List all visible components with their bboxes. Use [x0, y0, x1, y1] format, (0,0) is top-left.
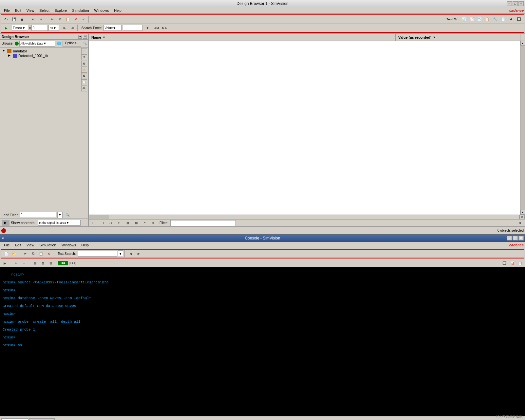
panel-close-btn[interactable]: ✕ — [83, 35, 87, 39]
footer-expand-btn[interactable]: ⊕ — [516, 220, 523, 226]
ctb-copy-btn[interactable]: ⧉ — [29, 250, 37, 257]
tree-item-simulator[interactable]: ▼ simulator — [2, 49, 79, 53]
ctb-delete-btn[interactable]: ✕ — [45, 250, 52, 257]
panel-collapse-btn[interactable]: ◀ — [78, 35, 82, 39]
time-unit-dropdown[interactable]: ps▼ — [48, 25, 59, 31]
ctb-new-btn[interactable]: 📄 — [3, 250, 10, 257]
tb-send-7[interactable]: 🖥 — [507, 16, 515, 23]
side-icon-4[interactable]: ★ — [81, 67, 87, 73]
tb-send-6[interactable]: 📄 — [499, 16, 507, 23]
menu-select[interactable]: Select — [37, 8, 52, 13]
time-label-dropdown[interactable]: TimeA▼ — [12, 25, 28, 31]
menu-help[interactable]: Help — [111, 8, 124, 13]
options-button[interactable]: Options... — [63, 41, 81, 47]
ctb2-btn2[interactable]: ⊣ — [20, 260, 28, 266]
console-menu-simulation[interactable]: Simulation — [37, 242, 59, 248]
console-tab-simvision[interactable]: SimVision — [1, 418, 28, 420]
tb-search-prev-btn[interactable]: ⊲⊲ — [153, 25, 160, 31]
browse-icon-btn[interactable]: 🌐 — [57, 40, 61, 47]
footer-btn-6[interactable]: ⊞ — [133, 220, 140, 226]
leaf-filter-input[interactable]: * — [20, 212, 56, 218]
tb-send-4[interactable]: 📋 — [484, 16, 491, 23]
tb-delete-btn[interactable]: ✕ — [72, 16, 79, 23]
ctb2-right-btn3[interactable]: 📋 — [516, 260, 524, 266]
ctb-cut-btn[interactable]: ✂ — [22, 250, 29, 257]
footer-btn-3[interactable]: ↓↓ — [107, 220, 114, 226]
ctb-open-btn[interactable]: 📂 — [10, 250, 18, 257]
menu-simulation[interactable]: Simulation — [69, 8, 91, 13]
maximize-button[interactable]: □ — [513, 1, 518, 6]
ctb2-btn3[interactable]: ⊞ — [31, 260, 39, 266]
text-search-input[interactable] — [78, 251, 117, 257]
ctb-paste-btn[interactable]: 📋 — [37, 250, 45, 257]
footer-btn-5[interactable]: ⊠ — [124, 220, 131, 226]
tb-undo-btn[interactable]: ↩ — [29, 16, 37, 23]
menu-explore[interactable]: Explore — [52, 8, 69, 13]
search-times-input[interactable] — [123, 25, 142, 31]
signal-vscrollbar[interactable]: ▲ ▼ — [520, 41, 525, 215]
tb-btn-2[interactable]: 💾 — [10, 16, 18, 23]
tb-search-next-btn[interactable]: ⊳⊳ — [161, 25, 168, 31]
ctb2-right-btn1[interactable]: 🔲 — [501, 260, 508, 266]
tb-run-btn[interactable]: ▶ — [3, 25, 10, 31]
tb-btn-3[interactable]: 🖨 — [18, 16, 26, 23]
tb-cut-btn[interactable]: ✂ — [48, 16, 56, 23]
console-menu-file[interactable]: File — [1, 242, 12, 248]
vscroll-up-btn[interactable]: ▲ — [520, 41, 525, 46]
menu-windows[interactable]: Windows — [92, 8, 112, 13]
ctb2-btn1[interactable]: ⊢ — [12, 260, 20, 266]
hscroll-thumb[interactable] — [89, 215, 109, 219]
menu-file[interactable]: File — [1, 8, 12, 13]
leaf-filter-dropdown-btn[interactable]: ▼ — [57, 212, 63, 218]
console-close-btn[interactable]: ✕ — [518, 236, 524, 240]
minimize-button[interactable]: ─ — [507, 1, 512, 6]
signal-header-name[interactable]: Name ▼ — [89, 34, 396, 41]
tb-send-8[interactable]: 🔲 — [515, 16, 522, 23]
show-contents-arrow[interactable]: ▶ — [2, 220, 9, 226]
ctb-find-prev-btn[interactable]: ⊲ — [127, 250, 134, 257]
footer-btn-7[interactable]: ~ — [141, 220, 148, 226]
tb-btn-1[interactable]: 🗁 — [3, 16, 10, 23]
filter-input[interactable] — [170, 220, 236, 226]
leaf-filter-search-btn[interactable]: 🔍 — [64, 212, 71, 218]
console-menu-help[interactable]: Help — [79, 242, 91, 248]
search-times-dropdown[interactable]: Value▼ — [103, 25, 122, 31]
console-collapse-btn[interactable]: ▼ — [1, 236, 5, 240]
tb-nav-btn2[interactable]: ⊲ — [69, 25, 76, 31]
console-output[interactable]: ncsim> ncsim> source /CAD/IUS92/tools/in… — [0, 267, 525, 416]
footer-btn-8[interactable]: ≈ — [150, 220, 157, 226]
side-icon-3[interactable]: ⊕ — [81, 61, 87, 67]
footer-btn-4[interactable]: □ — [116, 220, 123, 226]
tb-send-1[interactable]: 📊 — [460, 16, 467, 23]
show-contents-dropdown[interactable]: In the signal list area▼ — [38, 220, 81, 226]
tb-nav-btn1[interactable]: ⊳ — [61, 25, 68, 31]
footer-btn-1[interactable]: ⊢ — [90, 220, 97, 226]
browse-dropdown[interactable]: All Available Data▼ — [19, 41, 55, 47]
ctb2-right-btn2[interactable]: 📊 — [509, 260, 516, 266]
tb-send-3[interactable]: 📉 — [476, 16, 483, 23]
menu-view[interactable]: View — [24, 8, 37, 13]
menu-edit[interactable]: Edit — [12, 8, 24, 13]
ctb2-play-btn[interactable]: ▶ — [1, 260, 9, 266]
console-tab-simulator[interactable]: simulator — [29, 418, 55, 420]
tb-send-2[interactable]: 📈 — [468, 16, 475, 23]
ctb-find-next-btn[interactable]: ⊳ — [135, 250, 142, 257]
tb-check-btn[interactable]: ✓ — [80, 16, 87, 23]
side-icon-5[interactable]: ⚙ — [81, 73, 87, 79]
time-value-input[interactable]: 0 — [31, 25, 48, 31]
console-menu-windows[interactable]: Windows — [59, 242, 79, 248]
ctb-search-dropdown-btn[interactable]: ▼ — [118, 250, 123, 257]
tb-copy-btn[interactable]: ⧉ — [56, 16, 64, 23]
search-times-go-btn[interactable]: ▼ — [144, 25, 151, 31]
console-minimize-btn[interactable]: ─ — [507, 236, 512, 240]
side-icon-2[interactable]: ⇕ — [81, 54, 87, 60]
tb-redo-btn[interactable]: ↪ — [37, 16, 45, 23]
tb-paste-btn[interactable]: 📋 — [64, 16, 71, 23]
footer-btn-2[interactable]: ⊣ — [99, 220, 106, 226]
vscroll-down-btn[interactable]: ▼ — [520, 210, 525, 215]
signal-header-value[interactable]: Value (as recorded) ▼ — [396, 34, 520, 41]
side-icon-6[interactable]: 📋 — [81, 79, 87, 85]
signal-scrollbar-v[interactable] — [520, 34, 525, 41]
side-icon-7[interactable]: 👁 — [81, 86, 87, 91]
tree-item-detected[interactable]: ▶ Detected_1001_tb — [2, 53, 79, 58]
